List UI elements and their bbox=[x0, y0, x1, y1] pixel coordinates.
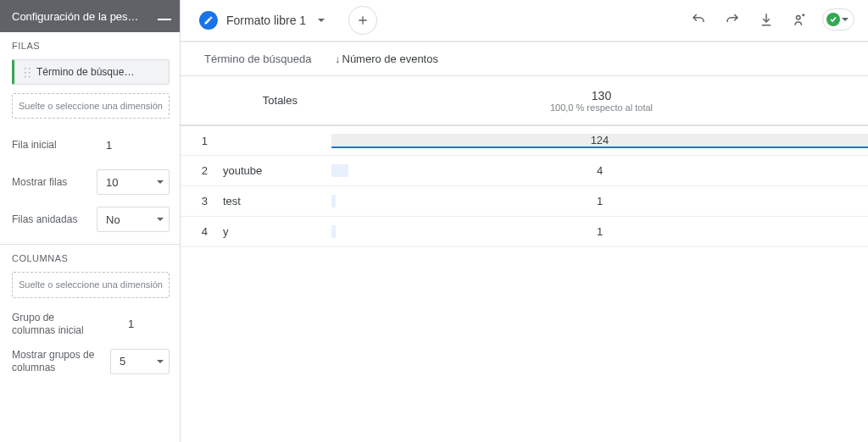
show-rows-label: Mostrar filas bbox=[12, 176, 67, 188]
settings-sidebar: Configuración de la pes… FILAS Término d… bbox=[0, 0, 181, 442]
share-button[interactable] bbox=[788, 8, 812, 31]
row-dimension-chip[interactable]: Término de búsque… bbox=[12, 59, 170, 85]
metric-column-header[interactable]: ↓ Número de eventos bbox=[331, 52, 868, 65]
start-row-input[interactable]: 1 bbox=[97, 132, 170, 157]
exploration-tab[interactable]: Formato libre 1 bbox=[199, 11, 325, 30]
totals-subtext: 100,0 % respecto al total bbox=[550, 102, 653, 113]
totals-row: Totales 130 100,0 % respecto al total bbox=[181, 76, 868, 125]
arrow-down-icon: ↓ bbox=[335, 52, 341, 65]
tab-name: Formato libre 1 bbox=[226, 14, 306, 27]
top-toolbar bbox=[687, 8, 854, 31]
sampling-toggle[interactable] bbox=[822, 8, 854, 30]
bar-fill bbox=[331, 195, 336, 207]
row-value: 4 bbox=[597, 164, 603, 177]
start-row-label: Fila inicial bbox=[12, 139, 57, 151]
totals-value: 130 bbox=[592, 89, 611, 102]
chevron-down-icon[interactable] bbox=[318, 19, 325, 22]
table-row[interactable]: 3test1 bbox=[181, 186, 868, 217]
rows-section-title: FILAS bbox=[12, 41, 170, 51]
sidebar-header: Configuración de la pes… bbox=[0, 0, 180, 32]
table-row[interactable]: 4y1 bbox=[181, 217, 868, 247]
col-group-start-input[interactable]: 1 bbox=[119, 312, 170, 337]
redo-button[interactable] bbox=[721, 8, 744, 31]
row-metric: 1 bbox=[331, 195, 868, 207]
row-term: y bbox=[223, 225, 331, 238]
table-row[interactable]: 1124 bbox=[181, 125, 868, 156]
col-group-start-label: Grupo de columnas inicial bbox=[12, 312, 97, 336]
minimize-icon[interactable] bbox=[158, 19, 171, 20]
row-value: 1 bbox=[597, 195, 603, 207]
show-col-groups-label: Mostrar grupos de columnas bbox=[12, 349, 97, 373]
table-header-row: Término de búsqueda ↓ Número de eventos bbox=[181, 42, 868, 76]
row-index: 4 bbox=[181, 225, 223, 238]
dim-column-header[interactable]: Término de búsqueda bbox=[181, 52, 331, 65]
rows-section: FILAS Término de búsque… Suelte o selecc… bbox=[0, 32, 180, 245]
row-value: 1 bbox=[597, 225, 603, 238]
show-rows-select[interactable]: 10 bbox=[97, 169, 170, 195]
check-icon bbox=[826, 13, 840, 26]
row-value: 124 bbox=[591, 134, 609, 146]
totals-label: Totales bbox=[181, 94, 331, 107]
svg-point-0 bbox=[797, 16, 801, 20]
columns-section: COLUMNAS Suelte o seleccione una dimensi… bbox=[0, 245, 180, 385]
main-area: Formato libre 1 bbox=[181, 0, 868, 442]
table-row[interactable]: 2youtube4 bbox=[181, 156, 868, 186]
chip-label: Término de búsque… bbox=[36, 66, 134, 78]
nested-rows-label: Filas anidadas bbox=[12, 213, 77, 225]
pencil-icon bbox=[199, 11, 218, 30]
undo-button[interactable] bbox=[687, 8, 710, 31]
columns-dropzone[interactable]: Suelte o seleccione una dimensión bbox=[12, 272, 170, 297]
chevron-down-icon bbox=[842, 18, 849, 21]
chevron-down-icon bbox=[157, 360, 164, 363]
row-metric: 124 bbox=[331, 134, 868, 148]
show-col-groups-select[interactable]: 5 bbox=[110, 349, 170, 374]
chevron-down-icon bbox=[157, 218, 164, 221]
row-index: 3 bbox=[181, 195, 223, 207]
row-metric: 1 bbox=[331, 225, 868, 238]
row-term: test bbox=[223, 195, 331, 207]
data-table: Término de búsqueda ↓ Número de eventos … bbox=[181, 42, 868, 247]
rows-dropzone[interactable]: Suelte o seleccione una dimensión bbox=[12, 93, 170, 119]
bar-fill bbox=[331, 225, 336, 238]
add-tab-button[interactable] bbox=[348, 6, 377, 35]
download-button[interactable] bbox=[754, 8, 778, 31]
sidebar-title: Configuración de la pes… bbox=[12, 10, 139, 23]
bar-fill bbox=[331, 164, 348, 177]
row-index: 2 bbox=[181, 164, 223, 177]
row-term: youtube bbox=[223, 164, 331, 177]
nested-rows-select[interactable]: No bbox=[97, 207, 170, 232]
row-index: 1 bbox=[181, 135, 223, 147]
row-metric: 4 bbox=[331, 164, 868, 177]
chevron-down-icon bbox=[157, 180, 164, 184]
columns-section-title: COLUMNAS bbox=[12, 253, 170, 263]
grip-icon bbox=[23, 66, 31, 78]
